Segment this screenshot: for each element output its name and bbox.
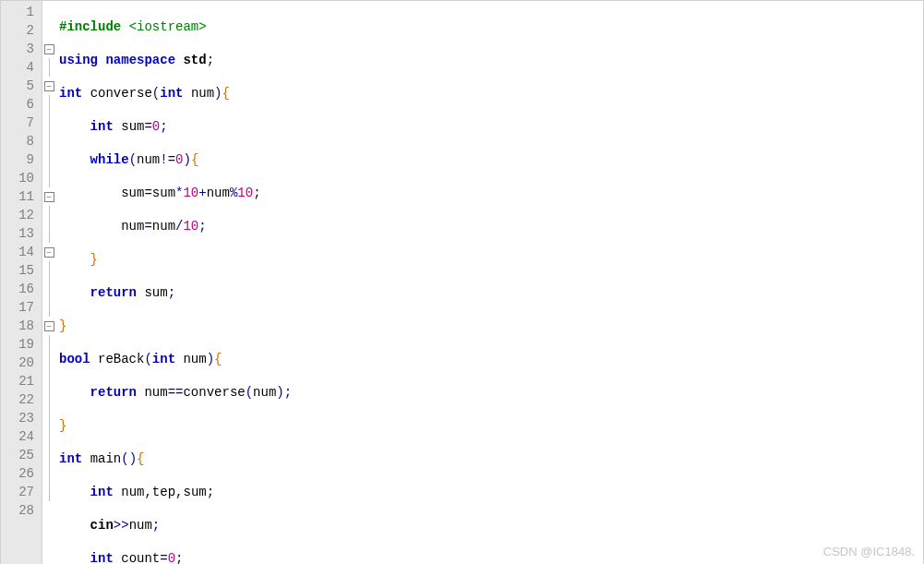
line-number: 23 (6, 409, 34, 427)
line-number: 6 (6, 95, 34, 114)
line-number: 7 (6, 114, 34, 132)
line-number: 21 (6, 372, 34, 390)
code-line: } (59, 250, 923, 269)
line-number: 19 (6, 335, 34, 354)
line-number: 25 (6, 446, 34, 464)
line-number: 9 (6, 150, 34, 169)
line-number: 4 (6, 58, 34, 77)
code-line: int count=0; (59, 549, 923, 564)
code-line: } (59, 317, 923, 335)
fold-toggle-icon[interactable]: − (44, 321, 54, 331)
line-number-gutter: 1 2 3 4 5 6 7 8 9 10 11 12 13 14 15 16 1… (1, 1, 42, 564)
line-number: 3 (6, 40, 34, 58)
line-number: 13 (6, 224, 34, 243)
line-number: 10 (6, 169, 34, 187)
code-line: int main(){ (59, 450, 923, 468)
line-number: 2 (6, 21, 34, 40)
line-number: 27 (6, 483, 34, 501)
line-number: 17 (6, 298, 34, 317)
fold-toggle-icon[interactable]: − (44, 44, 54, 54)
watermark-text: CSDN @IC1848. (823, 545, 915, 558)
line-number: 28 (6, 501, 34, 520)
line-number: 15 (6, 261, 34, 280)
line-number: 12 (6, 206, 34, 224)
line-number: 20 (6, 354, 34, 372)
code-line: return sum; (59, 283, 923, 302)
code-editor: 1 2 3 4 5 6 7 8 9 10 11 12 13 14 15 16 1… (0, 0, 924, 564)
code-line: int sum=0; (59, 117, 923, 136)
code-line: using namespace std; (59, 51, 923, 69)
line-number: 26 (6, 464, 34, 483)
code-line: cin>>num; (59, 516, 923, 534)
code-line: bool reBack(int num){ (59, 350, 923, 368)
line-number: 8 (6, 132, 34, 150)
code-line: return num==converse(num); (59, 383, 923, 402)
code-line: #include <iostream> (59, 18, 923, 36)
line-number: 22 (6, 390, 34, 409)
code-line: while(num!=0){ (59, 150, 923, 169)
fold-gutter: − − − − − (42, 1, 55, 564)
fold-toggle-icon[interactable]: − (44, 81, 54, 91)
code-line: int converse(int num){ (59, 84, 923, 102)
code-line: sum=sum*10+num%10; (59, 184, 923, 202)
line-number: 11 (6, 187, 34, 206)
line-number: 1 (6, 3, 34, 21)
code-line: int num,tep,sum; (59, 483, 923, 501)
line-number: 14 (6, 243, 34, 261)
code-line: } (59, 416, 923, 435)
fold-toggle-icon[interactable]: − (44, 247, 54, 258)
line-number: 16 (6, 280, 34, 298)
code-line: num=num/10; (59, 217, 923, 235)
line-number: 18 (6, 317, 34, 335)
line-number: 24 (6, 427, 34, 446)
code-area[interactable]: #include <iostream> using namespace std;… (55, 1, 923, 564)
fold-toggle-icon[interactable]: − (44, 192, 54, 202)
line-number: 5 (6, 77, 34, 95)
